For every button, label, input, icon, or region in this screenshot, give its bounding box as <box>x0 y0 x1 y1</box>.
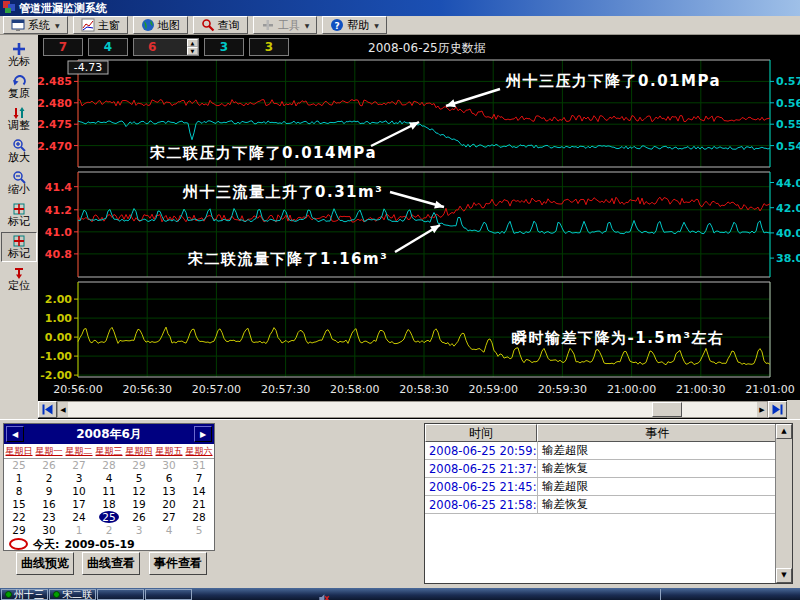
calendar-next-button[interactable]: ▶ <box>194 426 212 442</box>
calendar-day[interactable]: 3 <box>124 524 154 537</box>
calendar-day[interactable]: 27 <box>64 459 94 472</box>
calendar-day[interactable]: 21 <box>184 498 214 511</box>
calendar-prev-button[interactable]: ◀ <box>6 426 24 442</box>
taskbar-item-州十三[interactable]: 州十三 <box>1 589 48 600</box>
counter-box-1[interactable]: 7 <box>43 38 83 56</box>
scrollbar-track[interactable] <box>68 402 757 417</box>
counter-box-2[interactable]: 4 <box>88 38 128 56</box>
calendar-day[interactable]: 31 <box>184 459 214 472</box>
system-icon <box>11 18 25 32</box>
event-table-scrollbar[interactable]: ▲▼ <box>775 424 792 583</box>
calendar-weekday-row: 星期日星期一星期二星期三星期四星期五星期六 <box>4 444 214 459</box>
event-row[interactable]: 2008-06-25 21:37:31输差恢复 <box>425 460 792 478</box>
axis-tick-label: 0.550 <box>776 118 800 131</box>
toolbar-item-cursor[interactable]: 光标 <box>1 40 37 70</box>
calendar-day[interactable]: 28 <box>184 511 214 524</box>
calendar-day[interactable]: 2 <box>34 472 64 485</box>
counter-box-3[interactable]: 6▲▼ <box>133 38 199 56</box>
calendar-day[interactable]: 1 <box>4 472 34 485</box>
scrollbar-thumb[interactable] <box>652 402 682 417</box>
calendar-day[interactable]: 25 <box>4 459 34 472</box>
toolbar-item-label: 放大 <box>8 152 30 164</box>
calendar-day[interactable]: 10 <box>64 485 94 498</box>
calendar-day[interactable]: 26 <box>124 511 154 524</box>
menu-item-map[interactable]: 地图 <box>133 16 188 34</box>
calendar-day[interactable]: 9 <box>34 485 64 498</box>
horizontal-scrollbar[interactable]: ◀▶ <box>57 401 768 418</box>
spinner-up-icon[interactable]: ▲ <box>187 39 198 47</box>
scroll-right-icon[interactable]: ▶ <box>757 406 767 414</box>
event-time: 2008-06-25 20:59:08 <box>425 442 537 459</box>
calendar-day[interactable]: 15 <box>4 498 34 511</box>
event-row[interactable]: 2008-06-25 20:59:08输差超限 <box>425 442 792 460</box>
calendar-day[interactable]: 19 <box>124 498 154 511</box>
calendar-weekday: 星期三 <box>94 445 124 458</box>
chart-flow[interactable]: 41.441.241.040.844.042.040.038.0州十三流量上升了… <box>38 170 800 280</box>
calendar-day[interactable]: 12 <box>124 485 154 498</box>
mark-icon <box>12 234 26 248</box>
toolbar-item-label: 调整 <box>8 120 30 132</box>
toolbar-item-locate[interactable]: 定位 <box>1 264 37 294</box>
scroll-down-icon[interactable]: ▼ <box>776 568 792 583</box>
menu-item-tools[interactable]: 工具▼ <box>253 16 318 34</box>
calendar-weekday: 星期一 <box>34 445 64 458</box>
counter-box-4[interactable]: 3 <box>204 38 244 56</box>
calendar-day[interactable]: 5 <box>184 524 214 537</box>
toolbar-item-zoom-in[interactable]: 放大 <box>1 136 37 166</box>
calendar-day[interactable]: 3 <box>64 472 94 485</box>
toolbar-item-zoom-out[interactable]: 缩小 <box>1 168 37 198</box>
speaker-mute-wrapper[interactable] <box>318 589 330 600</box>
chart-difference[interactable]: 2.001.000.00-1.00-2.00瞬时输差下降为-1.5m³左右 <box>38 280 800 380</box>
menu-item-help[interactable]: ?帮助▼ <box>322 16 387 34</box>
event-row[interactable]: 2008-06-25 21:45:04输差超限 <box>425 478 792 496</box>
calendar-day[interactable]: 5 <box>124 472 154 485</box>
calendar-day[interactable]: 7 <box>184 472 214 485</box>
calendar-day[interactable]: 26 <box>34 459 64 472</box>
menu-item-system[interactable]: 系统▼ <box>3 16 68 34</box>
toolbar-item-adjust[interactable]: 调整 <box>1 104 37 134</box>
toolbar-item-mark-2[interactable]: 标记 <box>1 232 37 262</box>
calendar-day[interactable]: 4 <box>154 524 184 537</box>
calendar-day[interactable]: 6 <box>154 472 184 485</box>
calendar-day[interactable]: 28 <box>94 459 124 472</box>
calendar-day[interactable]: 29 <box>124 459 154 472</box>
calendar-day[interactable]: 24 <box>64 511 94 524</box>
spinner-down-icon[interactable]: ▼ <box>187 47 198 55</box>
scroll-to-end-button[interactable] <box>768 401 787 418</box>
toolbar-item-mark[interactable]: 标记 <box>1 200 37 230</box>
calendar-day[interactable]: 4 <box>94 472 124 485</box>
calendar-day-selected[interactable]: 25 <box>94 511 124 524</box>
menu-item-label: 地图 <box>158 18 180 33</box>
calendar-day[interactable]: 17 <box>64 498 94 511</box>
calendar-day[interactable]: 27 <box>154 511 184 524</box>
calendar-day[interactable]: 16 <box>34 498 64 511</box>
chart-pressure[interactable]: 2.4852.4802.4752.4700.5700.5600.5500.540… <box>38 58 800 170</box>
calendar-day[interactable]: 22 <box>4 511 34 524</box>
skip-end-icon <box>771 404 784 415</box>
menu-item-query[interactable]: 查询 <box>193 16 248 34</box>
calendar-day[interactable]: 13 <box>154 485 184 498</box>
scroll-left-icon[interactable]: ◀ <box>58 406 68 414</box>
calendar-day[interactable]: 11 <box>94 485 124 498</box>
calendar-day[interactable]: 14 <box>184 485 214 498</box>
curve-preview-button[interactable]: 曲线预览 <box>16 552 74 575</box>
scroll-to-start-button[interactable] <box>38 401 57 418</box>
toolbar-item-restore[interactable]: 复原 <box>1 72 37 102</box>
curve-view-button[interactable]: 曲线查看 <box>82 552 140 575</box>
scroll-up-icon[interactable]: ▲ <box>776 424 792 439</box>
counter-box-5[interactable]: 3 <box>249 38 289 56</box>
calendar-day[interactable]: 30 <box>154 459 184 472</box>
calendar-day[interactable]: 29 <box>4 524 34 537</box>
calendar-day[interactable]: 30 <box>34 524 64 537</box>
event-row[interactable]: 2008-06-25 21:58:42输差恢复 <box>425 496 792 514</box>
taskbar-item-宋二联[interactable]: 宋二联 <box>49 589 96 600</box>
calendar-day[interactable]: 20 <box>154 498 184 511</box>
calendar-day[interactable]: 2 <box>94 524 124 537</box>
calendar-day[interactable]: 1 <box>64 524 94 537</box>
calendar-day[interactable]: 8 <box>4 485 34 498</box>
event-view-button[interactable]: 事件查看 <box>149 552 207 575</box>
menu-item-main-window[interactable]: 主窗 <box>73 16 128 34</box>
calendar-day[interactable]: 23 <box>34 511 64 524</box>
counter-spinner[interactable]: ▲▼ <box>187 39 198 55</box>
calendar-day[interactable]: 18 <box>94 498 124 511</box>
